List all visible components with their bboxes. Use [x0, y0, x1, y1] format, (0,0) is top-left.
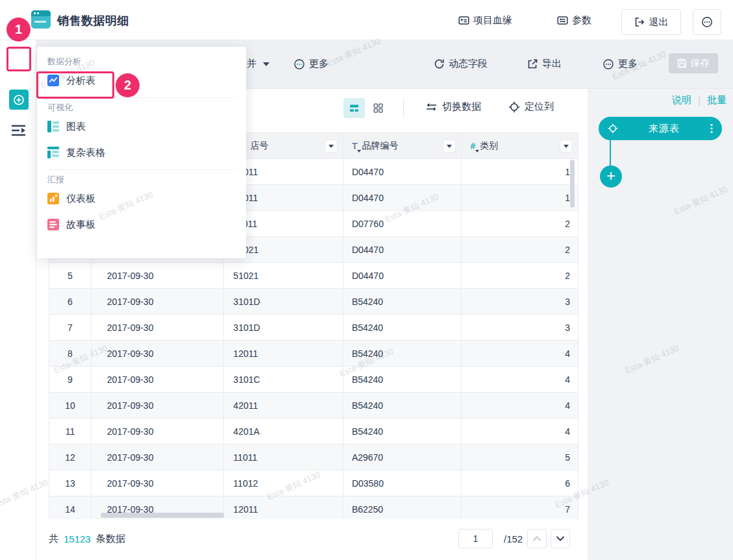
table-cell: 5	[49, 263, 92, 289]
table-cell: 11011	[224, 444, 343, 470]
table-cell: 12011	[224, 496, 343, 519]
header-category: # 类别	[462, 133, 578, 159]
table-cell: D04470	[343, 263, 462, 289]
table-cell: 4	[462, 393, 578, 419]
source-table-label: 来源表	[618, 123, 710, 135]
filter-dropdown-button[interactable]	[325, 140, 337, 152]
number-type-icon: #	[470, 141, 475, 151]
table-cell: 3	[462, 315, 578, 341]
batch-link[interactable]: 批量	[707, 94, 727, 106]
grid-view-toggle[interactable]	[367, 98, 389, 118]
table-cell: 11	[49, 419, 92, 444]
filter-dropdown-button[interactable]	[443, 140, 455, 152]
header-more-button[interactable]	[693, 9, 721, 35]
save-button[interactable]: 保存	[669, 53, 718, 73]
note-link[interactable]: 说明	[672, 94, 691, 106]
menu-item-chart[interactable]: 图表	[37, 114, 246, 140]
list-play-icon	[11, 124, 27, 137]
add-card-button[interactable]	[9, 90, 29, 110]
page-down-button[interactable]	[551, 529, 570, 548]
menu-item-dashboard[interactable]: 仪表板	[37, 186, 246, 212]
right-panel: 说明 | 批量 来源表 +	[588, 89, 733, 560]
total-count: 15123	[64, 533, 91, 544]
project-lineage-button[interactable]: 项目血缘	[458, 14, 512, 27]
table-row[interactable]: 132017-09-3011012D035806	[49, 470, 578, 496]
table-cell: 2017-09-30	[92, 263, 225, 289]
table-cell: 2	[462, 237, 578, 263]
toolbar-more-left-button[interactable]: 更多	[293, 58, 329, 70]
header-brand: T 品牌编号	[343, 133, 462, 159]
table-cell: 8	[49, 341, 92, 367]
menu-item-storyboard[interactable]: 故事板	[37, 212, 246, 237]
ellipsis-circle-icon	[293, 58, 305, 70]
chevron-up-icon	[532, 535, 541, 542]
table-cell: 14	[49, 496, 92, 519]
table-row[interactable]: 72017-09-303101DB542403	[49, 315, 578, 341]
filter-dropdown-button[interactable]	[560, 140, 572, 152]
add-node-button[interactable]: +	[600, 165, 622, 188]
table-cell: 9	[49, 367, 92, 393]
table-row[interactable]: 122017-09-3011011A296705	[49, 444, 578, 470]
annotation-badge-2: 2	[116, 73, 140, 97]
left-sidebar	[0, 40, 36, 560]
chart-icon	[47, 121, 59, 132]
merge-button-partial[interactable]: 并	[247, 58, 269, 70]
total-records: 共 15123 条数据	[49, 533, 125, 545]
crosshair-icon	[508, 101, 520, 113]
table-row[interactable]: 52017-09-3051021D044702	[49, 263, 578, 289]
text-type-icon: T	[352, 141, 358, 151]
ellipsis-circle-icon	[603, 58, 614, 70]
table-row[interactable]: 92017-09-303101CB542404	[49, 367, 578, 393]
toolbar-more-right-button[interactable]: 更多	[603, 58, 638, 70]
row-view-toggle[interactable]	[343, 98, 365, 118]
card-list-button[interactable]	[11, 124, 27, 137]
menu-section-title: 可视化	[37, 102, 246, 114]
vertical-scrollbar[interactable]	[570, 160, 575, 208]
table-cell: 11012	[224, 470, 343, 496]
page-input[interactable]	[458, 529, 493, 548]
app-window: 销售数据明细 项目血缘 参数 退出	[0, 0, 733, 560]
divider	[46, 169, 237, 170]
table-cell: B54240	[343, 315, 462, 341]
page-total: /152	[504, 533, 523, 544]
table-cell: 42011	[224, 393, 343, 419]
table-cell: D04470	[343, 237, 462, 263]
table-cell: 10	[49, 393, 92, 419]
table-cell: 7	[49, 315, 92, 341]
table-cell: 2017-09-30	[92, 444, 225, 470]
crosshair-icon	[608, 123, 618, 134]
kebab-menu-icon[interactable]	[710, 123, 713, 134]
source-table-node[interactable]: 来源表	[599, 117, 722, 140]
parameters-button[interactable]: 参数	[557, 14, 591, 27]
table-cell: 51021	[224, 263, 343, 289]
table-cell: B54240	[343, 341, 462, 367]
menu-section-title: 汇报	[37, 174, 246, 186]
export-icon	[527, 58, 538, 69]
table-cell: D07760	[343, 211, 462, 237]
exit-button[interactable]: 退出	[621, 9, 681, 35]
storyboard-icon	[47, 219, 59, 230]
table-cell: 2017-09-30	[92, 367, 225, 393]
circle-plus-icon	[12, 93, 25, 106]
dynamic-fields-button[interactable]: 动态字段	[434, 58, 488, 70]
switch-data-button[interactable]: 切换数据	[425, 101, 481, 113]
locate-button[interactable]: 定位到	[508, 101, 554, 113]
table-cell: 3	[462, 289, 578, 315]
connector-line	[610, 140, 611, 166]
table-cell: 7	[462, 496, 578, 519]
page-up-button[interactable]	[527, 529, 547, 548]
table-cell: B54240	[343, 419, 462, 444]
table-row[interactable]: 112017-09-304201AB542404	[49, 419, 578, 444]
table-cell: 2017-09-30	[92, 315, 225, 341]
table-cell: D03580	[343, 470, 462, 496]
menu-item-complex-table[interactable]: 复杂表格	[37, 140, 246, 165]
table-cell: D04470	[343, 185, 462, 211]
table-row[interactable]: 62017-09-303101DB542403	[49, 289, 578, 315]
table-cell: 12011	[224, 341, 343, 367]
table-row[interactable]: 82017-09-3012011B542404	[49, 341, 578, 367]
export-button[interactable]: 导出	[527, 58, 562, 70]
table-cell: 4	[462, 367, 578, 393]
table-row[interactable]: 102017-09-3042011B542404	[49, 393, 578, 419]
table-cell: 3101D	[224, 315, 343, 341]
horizontal-scrollbar[interactable]	[101, 513, 224, 518]
